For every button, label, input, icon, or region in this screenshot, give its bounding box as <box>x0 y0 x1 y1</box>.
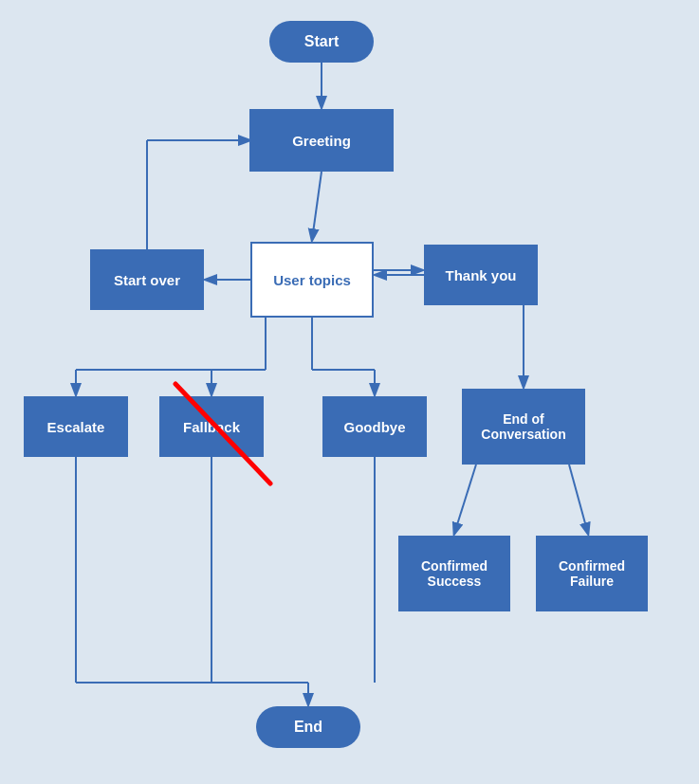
fallback-label: Fallback <box>183 419 240 435</box>
greeting-node[interactable]: Greeting <box>249 109 394 172</box>
greeting-label: Greeting <box>292 133 351 149</box>
end-of-conversation-label: End of Conversation <box>462 411 585 442</box>
end-of-conversation-node[interactable]: End of Conversation <box>462 389 585 465</box>
escalate-label: Escalate <box>47 419 105 435</box>
escalate-node[interactable]: Escalate <box>24 396 128 457</box>
goodbye-label: Goodbye <box>343 419 405 435</box>
start-over-node[interactable]: Start over <box>90 249 204 310</box>
start-over-label: Start over <box>114 272 180 288</box>
start-node[interactable]: Start <box>269 21 374 63</box>
svg-line-1 <box>312 172 322 240</box>
fallback-node[interactable]: Fallback <box>159 396 264 457</box>
start-label: Start <box>304 33 339 50</box>
flowchart: Start Greeting User topics Start over Th… <box>0 0 699 784</box>
confirmed-success-label: Confirmed Success <box>398 558 510 589</box>
confirmed-failure-node[interactable]: Confirmed Failure <box>536 536 648 611</box>
svg-line-17 <box>454 465 476 534</box>
user-topics-label: User topics <box>273 272 351 288</box>
confirmed-failure-label: Confirmed Failure <box>536 558 648 589</box>
confirmed-success-node[interactable]: Confirmed Success <box>398 536 510 611</box>
thank-you-label: Thank you <box>445 267 516 283</box>
user-topics-node[interactable]: User topics <box>250 242 374 318</box>
thank-you-node[interactable]: Thank you <box>424 245 538 305</box>
end-label: End <box>294 719 322 736</box>
svg-line-18 <box>569 465 588 534</box>
goodbye-node[interactable]: Goodbye <box>322 396 427 457</box>
end-node[interactable]: End <box>256 706 360 748</box>
